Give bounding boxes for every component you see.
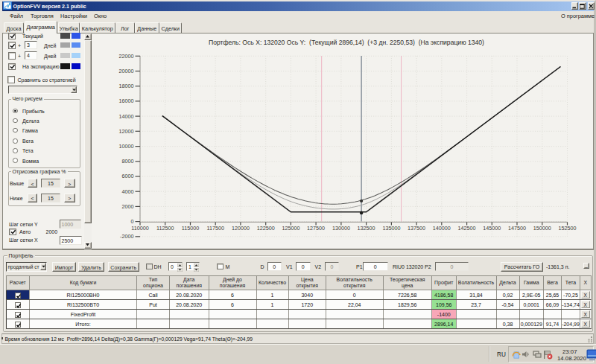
svg-text:112500: 112500 — [156, 225, 174, 232]
svg-text:8000: 8000 — [122, 158, 134, 165]
svg-text:142500: 142500 — [458, 225, 476, 232]
svg-text:6000: 6000 — [122, 173, 134, 179]
svg-text:135000: 135000 — [382, 225, 400, 232]
svg-text:152500: 152500 — [559, 225, 577, 232]
svg-text:16000: 16000 — [119, 98, 134, 104]
svg-text:140000: 140000 — [433, 225, 451, 232]
svg-text:150000: 150000 — [533, 225, 551, 232]
svg-text:132500: 132500 — [358, 225, 375, 232]
svg-text:12000: 12000 — [119, 128, 134, 135]
svg-text:127500: 127500 — [307, 225, 325, 232]
svg-text:125000: 125000 — [282, 225, 299, 232]
svg-text:122500: 122500 — [257, 225, 275, 232]
svg-text:2000: 2000 — [122, 203, 134, 210]
svg-text:14000: 14000 — [119, 113, 134, 120]
svg-text:130000: 130000 — [332, 225, 350, 232]
svg-text:22000: 22000 — [119, 53, 134, 60]
svg-text:110000: 110000 — [131, 225, 148, 232]
svg-text:10000: 10000 — [119, 143, 134, 150]
svg-text:145000: 145000 — [483, 225, 501, 232]
svg-text:137500: 137500 — [408, 225, 425, 232]
svg-text:115000: 115000 — [182, 225, 199, 232]
svg-text:-2000: -2000 — [120, 233, 133, 240]
svg-text:4000: 4000 — [122, 188, 134, 195]
svg-text:20000: 20000 — [119, 68, 134, 74]
svg-text:120000: 120000 — [232, 225, 250, 232]
svg-text:147500: 147500 — [508, 225, 526, 232]
svg-text:117500: 117500 — [206, 225, 224, 232]
svg-text:18000: 18000 — [119, 83, 134, 89]
